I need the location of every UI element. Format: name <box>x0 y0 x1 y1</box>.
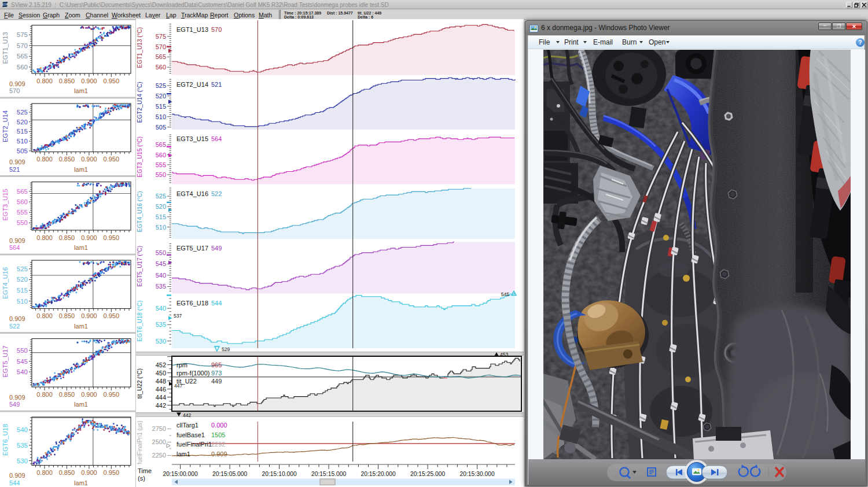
svg-text:537: 537 <box>174 313 182 319</box>
svg-text:EGT5_U17: EGT5_U17 <box>2 345 9 377</box>
svg-text:549: 549 <box>9 401 20 408</box>
svg-text:560: 560 <box>17 64 28 71</box>
svg-text:570: 570 <box>9 87 20 94</box>
svg-text:0.950: 0.950 <box>104 234 120 241</box>
svg-text:560: 560 <box>17 198 28 205</box>
svg-text:510: 510 <box>17 138 28 145</box>
svg-text:0.909: 0.909 <box>9 315 25 322</box>
svg-text:20:15:25.000: 20:15:25.000 <box>410 471 445 477</box>
svg-text:550: 550 <box>17 347 28 354</box>
svg-text:540: 540 <box>17 368 28 375</box>
svg-text:tit_U22 (°C): tit_U22 (°C) <box>137 368 143 399</box>
svg-text:EGT3_U15: EGT3_U15 <box>2 189 9 220</box>
svg-text:0.850: 0.850 <box>59 78 75 84</box>
svg-text:2292: 2292 <box>211 441 225 448</box>
svg-text:0.850: 0.850 <box>59 469 75 476</box>
svg-text:530: 530 <box>156 338 166 345</box>
svg-text:520: 520 <box>156 93 166 99</box>
svg-text:EGT2_U14: EGT2_U14 <box>2 110 9 142</box>
svg-text:2250: 2250 <box>152 452 166 459</box>
svg-text:0.800: 0.800 <box>36 234 53 241</box>
svg-text:449: 449 <box>211 378 222 385</box>
svg-text:965: 965 <box>211 361 222 368</box>
svg-text:535: 535 <box>17 442 28 449</box>
svg-text:570: 570 <box>156 43 166 50</box>
svg-text:2500: 2500 <box>152 438 166 445</box>
svg-text:550: 550 <box>156 171 166 178</box>
svg-text:0.800: 0.800 <box>36 469 53 476</box>
svg-text:20:15:10.000: 20:15:10.000 <box>262 471 297 477</box>
svg-text:0.850: 0.850 <box>59 234 75 241</box>
svg-text:2750: 2750 <box>152 425 166 432</box>
svg-text:lam1: lam1 <box>74 244 88 251</box>
svg-text:545: 545 <box>156 260 166 267</box>
svg-text:EGT5_U17: EGT5_U17 <box>176 245 208 252</box>
svg-text:0.909: 0.909 <box>9 472 25 479</box>
svg-text:EGT6_U18: EGT6_U18 <box>2 424 9 456</box>
svg-text:544: 544 <box>211 300 222 307</box>
svg-text:EGT3_U15: EGT3_U15 <box>176 135 208 142</box>
svg-text:560: 560 <box>156 64 166 71</box>
svg-text:0.800: 0.800 <box>36 78 53 84</box>
svg-text:lam1: lam1 <box>74 87 88 94</box>
svg-text:EGT6_U18 (°C): EGT6_U18 (°C) <box>137 300 143 341</box>
svg-text:0.800: 0.800 <box>36 156 53 163</box>
svg-text:0.950: 0.950 <box>104 78 120 84</box>
svg-text:lam1: lam1 <box>74 323 88 330</box>
svg-text:520: 520 <box>156 203 166 210</box>
svg-text:0.850: 0.850 <box>59 391 75 398</box>
svg-text:0.900: 0.900 <box>81 234 97 241</box>
svg-text:0.909: 0.909 <box>211 451 227 458</box>
svg-text:555: 555 <box>17 209 28 216</box>
svg-text:20:15:15.000: 20:15:15.000 <box>311 471 346 477</box>
svg-text:lam1: lam1 <box>74 166 88 173</box>
svg-text:549: 549 <box>211 245 222 252</box>
svg-text:rpm: rpm <box>176 361 187 368</box>
svg-text:575: 575 <box>156 33 166 40</box>
svg-text:522: 522 <box>211 190 222 197</box>
svg-text:510: 510 <box>156 113 166 120</box>
svg-text:535: 535 <box>156 321 166 328</box>
svg-text:560: 560 <box>156 152 166 158</box>
svg-text:0.000: 0.000 <box>211 422 227 429</box>
svg-text:453: 453 <box>500 352 508 357</box>
svg-text:565: 565 <box>156 53 166 60</box>
svg-text:0.950: 0.950 <box>104 469 120 476</box>
svg-text:EGT1_U13: EGT1_U13 <box>2 32 9 64</box>
svg-text:EGT3_U15 (°C): EGT3_U15 (°C) <box>137 136 143 178</box>
svg-text:540: 540 <box>156 305 166 312</box>
svg-text:0.950: 0.950 <box>104 312 120 319</box>
svg-text:525: 525 <box>156 193 166 200</box>
svg-text:550: 550 <box>156 249 166 256</box>
svg-text:lam1: lam1 <box>74 401 88 408</box>
svg-text:EGT1_U13: EGT1_U13 <box>176 26 208 33</box>
svg-text:505: 505 <box>17 147 28 154</box>
svg-text:20:15:30.000: 20:15:30.000 <box>460 471 495 477</box>
svg-text:EGT1_U13 (°C): EGT1_U13 (°C) <box>137 27 143 68</box>
svg-text:0.900: 0.900 <box>81 469 97 476</box>
svg-text:(s): (s) <box>138 475 145 482</box>
svg-text:EGT4_U16: EGT4_U16 <box>176 190 208 197</box>
svg-text:1505: 1505 <box>211 431 225 438</box>
svg-text:452: 452 <box>156 361 166 368</box>
svg-text:515: 515 <box>156 213 166 220</box>
svg-text:0.900: 0.900 <box>81 391 97 398</box>
svg-text:0.909: 0.909 <box>9 158 25 165</box>
svg-text:520: 520 <box>17 276 28 283</box>
svg-text:522: 522 <box>9 323 20 330</box>
svg-text:565: 565 <box>17 53 28 60</box>
svg-text:544: 544 <box>9 479 20 486</box>
svg-text:0.800: 0.800 <box>36 391 53 398</box>
svg-text:515: 515 <box>156 103 166 110</box>
svg-text:0.900: 0.900 <box>81 312 97 319</box>
svg-text:Time: Time <box>138 467 152 474</box>
svg-text:EGT2_U14 (°C): EGT2_U14 (°C) <box>137 82 143 123</box>
svg-text:545: 545 <box>17 358 28 365</box>
svg-text:515: 515 <box>17 287 28 294</box>
svg-text:550: 550 <box>17 219 28 226</box>
svg-text:20:15:00.000: 20:15:00.000 <box>163 471 198 477</box>
svg-text:EGT4_U16 (°C): EGT4_U16 (°C) <box>137 191 143 232</box>
svg-text:448: 448 <box>156 378 166 385</box>
svg-text:0.850: 0.850 <box>59 156 75 163</box>
svg-text:525: 525 <box>156 82 166 89</box>
